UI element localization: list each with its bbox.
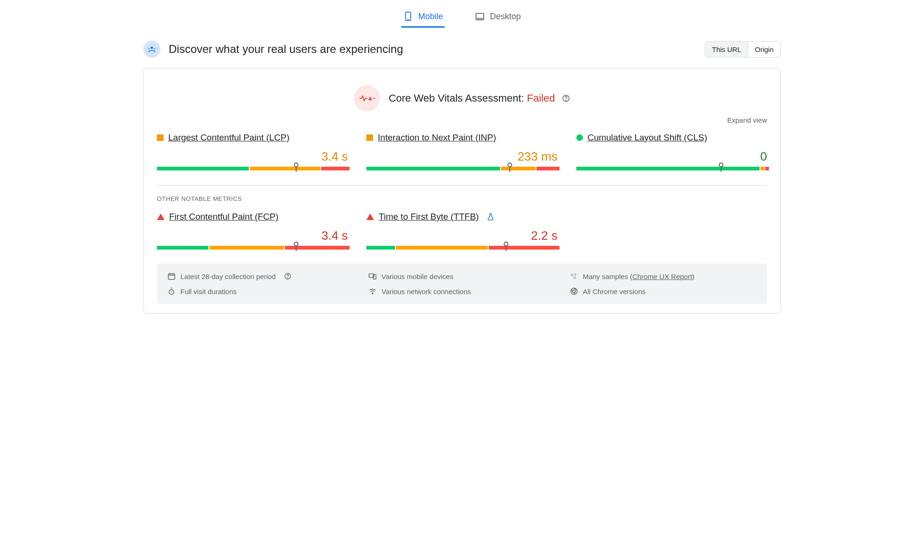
assessment-text: Core Web Vitals Assessment: Failed bbox=[388, 92, 570, 104]
flask-icon[interactable] bbox=[486, 213, 495, 221]
samples-icon bbox=[570, 272, 578, 280]
assessment-status: Failed bbox=[527, 92, 555, 104]
metric-fcp-name[interactable]: First Contentful Paint (FCP) bbox=[169, 212, 278, 222]
marker-icon bbox=[294, 162, 298, 172]
wifi-icon bbox=[368, 287, 377, 295]
svg-marker-7 bbox=[368, 96, 372, 100]
divider bbox=[157, 185, 767, 186]
help-icon[interactable] bbox=[284, 273, 291, 280]
svg-point-10 bbox=[566, 100, 566, 100]
info-devices: Various mobile devices bbox=[368, 272, 555, 280]
metric-cls-bar bbox=[576, 167, 767, 170]
info-network: Various network connections bbox=[368, 287, 555, 295]
marker-icon bbox=[719, 162, 723, 172]
metric-cls: Cumulative Layout Shift (CLS) 0 bbox=[576, 133, 767, 170]
svg-rect-2 bbox=[476, 14, 484, 19]
metric-fcp-bar bbox=[157, 246, 348, 250]
svg-point-19 bbox=[571, 274, 574, 276]
calendar-icon bbox=[167, 272, 176, 280]
devices-icon bbox=[368, 272, 377, 280]
tab-mobile[interactable]: Mobile bbox=[401, 7, 445, 28]
metric-inp-name[interactable]: Interaction to Next Paint (INP) bbox=[378, 133, 496, 143]
metric-lcp-value: 3.4 s bbox=[321, 149, 348, 164]
other-metrics-label: OTHER NOTABLE METRICS bbox=[157, 195, 767, 202]
stopwatch-icon bbox=[167, 287, 176, 295]
metric-inp: Interaction to Next Paint (INP) 233 ms bbox=[366, 133, 557, 170]
metric-ttfb-bar bbox=[366, 246, 557, 250]
chrome-icon bbox=[570, 287, 578, 295]
metric-ttfb-name[interactable]: Time to First Byte (TTFB) bbox=[379, 212, 479, 222]
circle-icon bbox=[576, 134, 583, 141]
metric-cls-value: 0 bbox=[760, 149, 767, 164]
triangle-icon bbox=[157, 214, 164, 220]
scope-toggle: This URL Origin bbox=[705, 41, 781, 58]
desktop-icon bbox=[475, 11, 485, 22]
marker-icon bbox=[507, 162, 512, 172]
info-samples: Many samples (Chrome UX Report) bbox=[570, 272, 757, 280]
help-icon[interactable] bbox=[562, 94, 570, 103]
metric-lcp-bar bbox=[157, 167, 348, 170]
metric-lcp: Largest Contentful Paint (LCP) 3.4 s bbox=[157, 133, 348, 170]
svg-point-5 bbox=[149, 48, 150, 50]
svg-point-8 bbox=[373, 98, 375, 99]
assessment-label: Core Web Vitals Assessment: bbox=[388, 92, 524, 104]
metric-ttfb-value: 2.2 s bbox=[531, 228, 557, 243]
metric-fcp-value: 3.4 s bbox=[321, 228, 348, 243]
scope-this-url[interactable]: This URL bbox=[705, 42, 748, 57]
metric-ttfb: Time to First Byte (TTFB) 2.2 s bbox=[366, 212, 557, 250]
metric-inp-bar bbox=[366, 167, 557, 170]
info-chrome: All Chrome versions bbox=[570, 287, 757, 295]
svg-point-25 bbox=[372, 293, 373, 294]
svg-rect-11 bbox=[168, 274, 175, 280]
svg-point-20 bbox=[574, 274, 576, 275]
vitals-card: Core Web Vitals Assessment: Failed Expan… bbox=[143, 68, 781, 314]
tab-desktop[interactable]: Desktop bbox=[473, 7, 522, 28]
info-panel: Latest 28-day collection period Various … bbox=[157, 264, 767, 304]
square-icon bbox=[157, 134, 164, 141]
metric-fcp: First Contentful Paint (FCP) 3.4 s bbox=[157, 212, 348, 250]
metric-lcp-name[interactable]: Largest Contentful Paint (LCP) bbox=[168, 133, 290, 143]
tab-desktop-label: Desktop bbox=[490, 12, 521, 22]
triangle-icon bbox=[366, 214, 374, 220]
users-icon bbox=[143, 41, 160, 58]
metric-cls-name[interactable]: Cumulative Layout Shift (CLS) bbox=[588, 133, 708, 143]
metric-inp-value: 233 ms bbox=[517, 149, 557, 164]
svg-point-16 bbox=[288, 278, 288, 278]
tab-mobile-label: Mobile bbox=[418, 12, 443, 22]
marker-icon bbox=[294, 242, 298, 251]
square-icon bbox=[366, 134, 373, 141]
device-tabs: Mobile Desktop bbox=[143, 7, 781, 28]
svg-point-21 bbox=[574, 277, 576, 279]
info-period: Latest 28-day collection period bbox=[167, 272, 354, 280]
marker-icon bbox=[504, 242, 508, 251]
mobile-icon bbox=[403, 11, 413, 22]
svg-point-4 bbox=[151, 46, 153, 49]
page-title: Discover what your real users are experi… bbox=[169, 43, 403, 56]
info-durations: Full visit durations bbox=[167, 287, 354, 295]
crux-link[interactable]: Chrome UX Report bbox=[633, 273, 693, 280]
expand-view[interactable]: Expand view bbox=[157, 116, 767, 124]
assessment-icon bbox=[354, 85, 380, 111]
svg-point-6 bbox=[154, 48, 155, 50]
scope-origin[interactable]: Origin bbox=[748, 42, 780, 57]
